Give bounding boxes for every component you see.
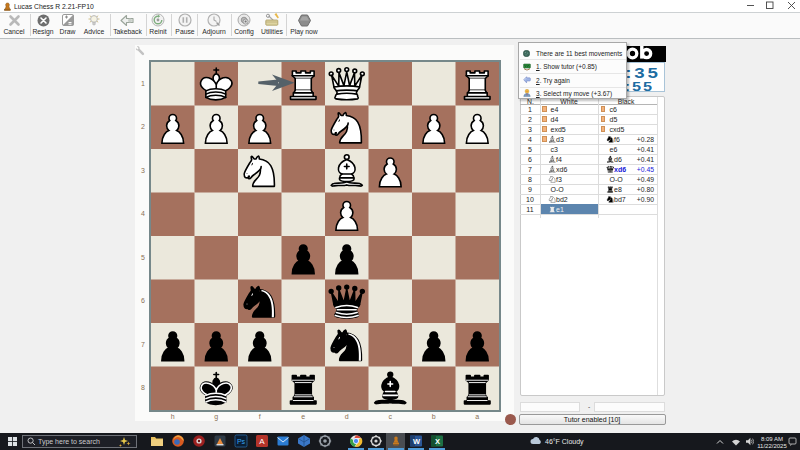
svg-text:A: A — [259, 437, 265, 446]
svg-text:Ps: Ps — [237, 438, 246, 445]
svg-text:W: W — [413, 437, 421, 446]
svg-text:X: X — [435, 437, 440, 446]
